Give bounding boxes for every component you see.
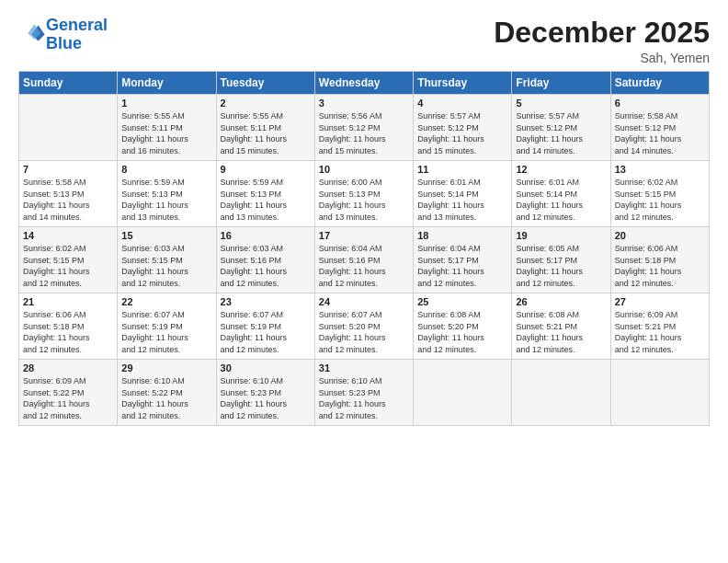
cell-info: Sunrise: 6:03 AMSunset: 5:15 PMDaylight:… bbox=[121, 243, 211, 289]
calendar-header-row: SundayMondayTuesdayWednesdayThursdayFrid… bbox=[19, 72, 710, 95]
daylight-text: Daylight: 11 hours bbox=[221, 200, 311, 212]
sunrise-text: Sunrise: 6:06 AM bbox=[23, 309, 113, 321]
sunset-text: Sunset: 5:11 PM bbox=[221, 122, 311, 134]
day-number: 4 bbox=[417, 98, 507, 109]
daylight-text: Daylight: 11 hours bbox=[121, 398, 211, 410]
sunrise-text: Sunrise: 6:10 AM bbox=[221, 375, 311, 387]
daylight-text: Daylight: 11 hours bbox=[121, 266, 211, 278]
cell-info: Sunrise: 6:10 AMSunset: 5:23 PMDaylight:… bbox=[319, 375, 409, 421]
logo-text: GeneralBlue bbox=[46, 17, 108, 53]
daylight-text-cont: and 12 minutes. bbox=[516, 212, 606, 224]
daylight-text-cont: and 12 minutes. bbox=[615, 212, 705, 224]
daylight-text-cont: and 15 minutes. bbox=[221, 145, 311, 157]
cell-info: Sunrise: 6:09 AMSunset: 5:22 PMDaylight:… bbox=[23, 375, 113, 421]
sunset-text: Sunset: 5:19 PM bbox=[221, 321, 311, 333]
sunrise-text: Sunrise: 6:08 AM bbox=[417, 309, 507, 321]
cell-info: Sunrise: 6:01 AMSunset: 5:14 PMDaylight:… bbox=[516, 177, 606, 223]
daylight-text-cont: and 13 minutes. bbox=[417, 212, 507, 224]
day-number: 19 bbox=[516, 230, 606, 241]
cell-info: Sunrise: 5:57 AMSunset: 5:12 PMDaylight:… bbox=[516, 110, 606, 156]
daylight-text: Daylight: 11 hours bbox=[23, 332, 113, 344]
day-number: 21 bbox=[23, 296, 113, 307]
daylight-text-cont: and 12 minutes. bbox=[417, 344, 507, 356]
sunrise-text: Sunrise: 5:58 AM bbox=[615, 110, 705, 122]
sunset-text: Sunset: 5:23 PM bbox=[221, 387, 311, 399]
calendar-cell: 4Sunrise: 5:57 AMSunset: 5:12 PMDaylight… bbox=[414, 95, 512, 161]
daylight-text-cont: and 12 minutes. bbox=[121, 344, 211, 356]
sunset-text: Sunset: 5:17 PM bbox=[417, 255, 507, 267]
cell-info: Sunrise: 6:03 AMSunset: 5:16 PMDaylight:… bbox=[221, 243, 311, 289]
day-number: 2 bbox=[221, 98, 311, 109]
daylight-text: Daylight: 11 hours bbox=[221, 133, 311, 145]
daylight-text: Daylight: 11 hours bbox=[615, 266, 705, 278]
cell-info: Sunrise: 5:55 AMSunset: 5:11 PMDaylight:… bbox=[221, 110, 311, 156]
sunset-text: Sunset: 5:12 PM bbox=[417, 122, 507, 134]
daylight-text-cont: and 12 minutes. bbox=[23, 278, 113, 290]
cell-info: Sunrise: 5:58 AMSunset: 5:12 PMDaylight:… bbox=[615, 110, 705, 156]
calendar-cell: 28Sunrise: 6:09 AMSunset: 5:22 PMDayligh… bbox=[19, 360, 118, 426]
calendar-cell: 27Sunrise: 6:09 AMSunset: 5:21 PMDayligh… bbox=[610, 293, 709, 360]
daylight-text: Daylight: 11 hours bbox=[221, 266, 311, 278]
calendar-cell: 23Sunrise: 6:07 AMSunset: 5:19 PMDayligh… bbox=[216, 293, 314, 360]
calendar-cell: 18Sunrise: 6:04 AMSunset: 5:17 PMDayligh… bbox=[414, 227, 512, 293]
cell-info: Sunrise: 5:59 AMSunset: 5:13 PMDaylight:… bbox=[221, 177, 311, 223]
sunset-text: Sunset: 5:15 PM bbox=[23, 255, 113, 267]
sunrise-text: Sunrise: 6:03 AM bbox=[221, 243, 311, 255]
title-block: December 2025 Sah, Yemen bbox=[494, 17, 710, 65]
sunset-text: Sunset: 5:13 PM bbox=[23, 189, 113, 201]
weekday-header: Wednesday bbox=[314, 72, 413, 95]
calendar-cell: 7Sunrise: 5:58 AMSunset: 5:13 PMDaylight… bbox=[19, 161, 118, 227]
calendar-cell bbox=[610, 360, 709, 426]
sunset-text: Sunset: 5:16 PM bbox=[319, 255, 409, 267]
sunrise-text: Sunrise: 6:01 AM bbox=[516, 177, 606, 189]
cell-info: Sunrise: 6:07 AMSunset: 5:19 PMDaylight:… bbox=[121, 309, 211, 355]
calendar-cell: 3Sunrise: 5:56 AMSunset: 5:12 PMDaylight… bbox=[314, 95, 413, 161]
cell-info: Sunrise: 6:07 AMSunset: 5:19 PMDaylight:… bbox=[221, 309, 311, 355]
daylight-text: Daylight: 11 hours bbox=[23, 266, 113, 278]
calendar-cell bbox=[19, 95, 118, 161]
day-number: 3 bbox=[319, 98, 409, 109]
sunset-text: Sunset: 5:12 PM bbox=[516, 122, 606, 134]
sunrise-text: Sunrise: 6:09 AM bbox=[615, 309, 705, 321]
sunset-text: Sunset: 5:14 PM bbox=[417, 189, 507, 201]
daylight-text: Daylight: 11 hours bbox=[319, 200, 409, 212]
sunrise-text: Sunrise: 5:55 AM bbox=[221, 110, 311, 122]
cell-info: Sunrise: 5:57 AMSunset: 5:12 PMDaylight:… bbox=[417, 110, 507, 156]
cell-info: Sunrise: 6:00 AMSunset: 5:13 PMDaylight:… bbox=[319, 177, 409, 223]
daylight-text: Daylight: 11 hours bbox=[121, 133, 211, 145]
sunset-text: Sunset: 5:12 PM bbox=[615, 122, 705, 134]
sunset-text: Sunset: 5:13 PM bbox=[121, 189, 211, 201]
calendar-cell: 14Sunrise: 6:02 AMSunset: 5:15 PMDayligh… bbox=[19, 227, 118, 293]
daylight-text-cont: and 13 minutes. bbox=[221, 212, 311, 224]
cell-info: Sunrise: 6:04 AMSunset: 5:17 PMDaylight:… bbox=[417, 243, 507, 289]
sunrise-text: Sunrise: 6:05 AM bbox=[516, 243, 606, 255]
day-number: 23 bbox=[221, 296, 311, 307]
calendar-cell: 1Sunrise: 5:55 AMSunset: 5:11 PMDaylight… bbox=[118, 95, 216, 161]
cell-info: Sunrise: 6:05 AMSunset: 5:17 PMDaylight:… bbox=[516, 243, 606, 289]
weekday-header: Thursday bbox=[414, 72, 512, 95]
cell-info: Sunrise: 6:08 AMSunset: 5:20 PMDaylight:… bbox=[417, 309, 507, 355]
sunrise-text: Sunrise: 5:56 AM bbox=[319, 110, 409, 122]
location: Sah, Yemen bbox=[494, 51, 710, 65]
day-number: 7 bbox=[23, 164, 113, 175]
calendar-cell: 22Sunrise: 6:07 AMSunset: 5:19 PMDayligh… bbox=[118, 293, 216, 360]
day-number: 18 bbox=[417, 230, 507, 241]
daylight-text-cont: and 14 minutes. bbox=[615, 145, 705, 157]
day-number: 9 bbox=[221, 164, 311, 175]
sunrise-text: Sunrise: 5:57 AM bbox=[516, 110, 606, 122]
daylight-text: Daylight: 11 hours bbox=[23, 200, 113, 212]
daylight-text: Daylight: 11 hours bbox=[319, 133, 409, 145]
day-number: 5 bbox=[516, 98, 606, 109]
daylight-text-cont: and 12 minutes. bbox=[516, 278, 606, 290]
calendar-cell: 19Sunrise: 6:05 AMSunset: 5:17 PMDayligh… bbox=[512, 227, 610, 293]
calendar-cell: 24Sunrise: 6:07 AMSunset: 5:20 PMDayligh… bbox=[314, 293, 413, 360]
daylight-text: Daylight: 11 hours bbox=[615, 200, 705, 212]
cell-info: Sunrise: 5:56 AMSunset: 5:12 PMDaylight:… bbox=[319, 110, 409, 156]
sunrise-text: Sunrise: 6:10 AM bbox=[121, 375, 211, 387]
calendar-cell: 20Sunrise: 6:06 AMSunset: 5:18 PMDayligh… bbox=[610, 227, 709, 293]
sunset-text: Sunset: 5:20 PM bbox=[319, 321, 409, 333]
calendar-week-row: 28Sunrise: 6:09 AMSunset: 5:22 PMDayligh… bbox=[19, 360, 710, 426]
cell-info: Sunrise: 6:02 AMSunset: 5:15 PMDaylight:… bbox=[23, 243, 113, 289]
calendar-cell: 17Sunrise: 6:04 AMSunset: 5:16 PMDayligh… bbox=[314, 227, 413, 293]
daylight-text-cont: and 12 minutes. bbox=[121, 278, 211, 290]
